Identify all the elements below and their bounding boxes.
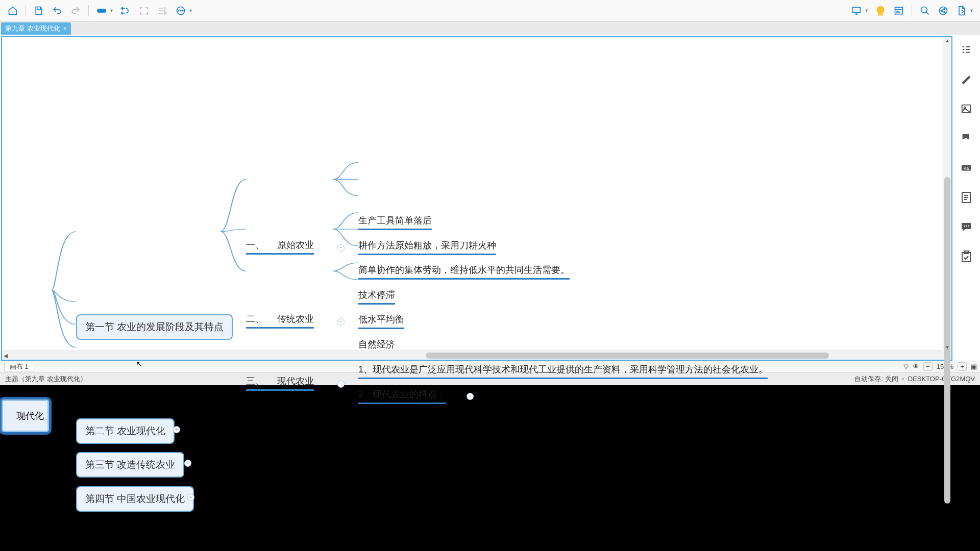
- section-node-2[interactable]: 第二节 农业现代化: [76, 418, 175, 444]
- leaf-node[interactable]: 2、现代农业的特点：: [358, 388, 446, 404]
- collapse-toggle[interactable]: −: [337, 381, 345, 388]
- dropdown-caret-icon[interactable]: ▼: [109, 8, 114, 13]
- export-icon[interactable]: [953, 2, 970, 19]
- dropdown-caret-icon[interactable]: ▼: [188, 8, 193, 13]
- dropdown-caret-icon[interactable]: ▼: [969, 8, 974, 13]
- undo-icon[interactable]: [48, 2, 66, 19]
- format-icon[interactable]: [959, 71, 974, 87]
- connector-lines: [2, 37, 951, 360]
- zoom-in-button[interactable]: +: [958, 362, 967, 371]
- svg-point-3: [180, 10, 181, 11]
- root-label: 现代化: [16, 410, 44, 422]
- section-label: 第二节 农业现代化: [85, 425, 165, 436]
- document-tab[interactable]: 第九章 农业现代化 ×: [1, 22, 71, 35]
- zoom-controls: ▽ 👁 − 150% + ▣: [903, 362, 977, 371]
- subhead-node[interactable]: 一、 原始农业: [246, 239, 314, 255]
- leaf-text: 简单协作的集体劳动，维持低水平的共同生活需要。: [358, 265, 570, 275]
- gantt-icon[interactable]: [890, 2, 908, 19]
- vertical-scrollbar-thumb[interactable]: [944, 177, 950, 504]
- notes-icon[interactable]: [959, 190, 974, 205]
- leaf-text: 耕作方法原始粗放，采用刀耕火种: [358, 240, 496, 251]
- expand-toggle[interactable]: +: [184, 460, 191, 467]
- relationship-icon[interactable]: [117, 2, 134, 19]
- leaf-text: 2、现代农业的特点：: [358, 389, 446, 399]
- sheet-tab[interactable]: 画布 1: [4, 362, 34, 371]
- boundary-icon[interactable]: [135, 2, 153, 19]
- topic-icon[interactable]: [93, 2, 110, 19]
- dropdown-caret-icon[interactable]: ▼: [864, 8, 869, 13]
- task-icon[interactable]: [959, 249, 974, 264]
- label-icon[interactable]: Aa: [959, 160, 974, 176]
- subhead-node[interactable]: 三、 现代农业: [246, 375, 314, 391]
- filter-icon[interactable]: ▽: [903, 363, 909, 370]
- home-icon[interactable]: [4, 2, 21, 19]
- presentation-icon[interactable]: [848, 2, 865, 19]
- leaf-text: 生产工具简单落后: [358, 215, 432, 226]
- host-name: DESKTOP-OTG2MQV: [908, 375, 975, 383]
- leaf-node[interactable]: 简单协作的集体劳动，维持低水平的共同生活需要。: [358, 264, 570, 280]
- comment-icon[interactable]: [959, 219, 974, 235]
- fit-icon[interactable]: ▣: [971, 363, 977, 370]
- horizontal-scrollbar-thumb[interactable]: [426, 353, 829, 359]
- sheet-tabs: 画布 1: [3, 362, 34, 371]
- save-icon[interactable]: [30, 2, 47, 19]
- search-icon[interactable]: [916, 2, 934, 19]
- zoom-out-button[interactable]: −: [923, 362, 933, 371]
- leaf-node[interactable]: 低水平均衡: [358, 313, 404, 329]
- section-node-1[interactable]: 第一节 农业的发展阶段及其特点: [76, 314, 233, 340]
- scroll-left-icon[interactable]: ◀: [4, 353, 8, 359]
- subhead-title: 传统农业: [277, 314, 314, 324]
- status-left: 主题（第九章 农业现代化）: [5, 374, 87, 384]
- scroll-down-icon[interactable]: ▼: [945, 344, 950, 349]
- leaf-node[interactable]: 1、现代农业是广泛应用现代科学技术和现代工业提供的生产资料，采用科学管理方法的社…: [358, 363, 768, 379]
- scroll-up-icon[interactable]: ▲: [945, 38, 950, 43]
- svg-point-19: [966, 226, 967, 227]
- canvas[interactable]: ▲ ▼: [1, 36, 952, 361]
- horizontal-scrollbar[interactable]: ◀ ▶: [2, 350, 951, 360]
- side-panel: Aa: [952, 35, 980, 361]
- tab-title: 第九章 农业现代化: [5, 24, 60, 33]
- marker-icon[interactable]: [959, 131, 974, 146]
- svg-point-4: [182, 10, 183, 11]
- collapse-toggle[interactable]: −: [337, 318, 345, 325]
- expand-toggle[interactable]: +: [173, 426, 180, 433]
- subhead-node[interactable]: 二、 传统农业: [246, 313, 314, 329]
- toolbar-right: ▼ ▼: [848, 2, 976, 19]
- mindmap: 现代化 第一节 农业的发展阶段及其特点 第二节 农业现代化 + 第三节 改造传统…: [2, 37, 951, 360]
- more-icon[interactable]: [172, 2, 189, 19]
- expand-toggle[interactable]: +: [187, 494, 194, 501]
- section-label: 第四节 中国农业现代化: [85, 493, 185, 504]
- separator: [88, 5, 89, 16]
- separator: [912, 5, 912, 16]
- toolbar-left: ▼ ▼: [4, 2, 195, 19]
- svg-point-18: [964, 226, 965, 227]
- subhead-num: 一、: [246, 240, 264, 250]
- eye-icon[interactable]: 👁: [913, 363, 919, 370]
- share-icon[interactable]: [935, 2, 952, 19]
- collapse-toggle[interactable]: −: [337, 244, 345, 252]
- redo-icon[interactable]: [67, 2, 84, 19]
- leaf-node[interactable]: 耕作方法原始粗放，采用刀耕火种: [358, 239, 496, 255]
- summary-icon[interactable]: [154, 2, 171, 19]
- leaf-text: 低水平均衡: [358, 314, 404, 324]
- image-icon[interactable]: [959, 101, 974, 116]
- section-node-4[interactable]: 第四节 中国农业现代化: [76, 486, 194, 512]
- root-topic[interactable]: 现代化: [0, 397, 52, 435]
- tab-strip: 第九章 农业现代化 ×: [0, 21, 980, 35]
- expand-toggle[interactable]: +: [467, 393, 474, 400]
- leaf-node[interactable]: 技术停滞: [358, 289, 395, 305]
- idea-icon[interactable]: [872, 2, 889, 19]
- section-label: 第一节 农业的发展阶段及其特点: [85, 321, 224, 332]
- cursor-icon: ↖: [136, 359, 142, 369]
- subhead-num: 三、: [246, 376, 264, 386]
- section-node-3[interactable]: 第三节 改造传统农业: [76, 452, 184, 478]
- svg-rect-6: [878, 14, 883, 15]
- leaf-node[interactable]: 生产工具简单落后: [358, 214, 432, 230]
- leaf-text: 自然经济: [358, 339, 395, 349]
- autosave-status: 自动保存: 关闭: [854, 375, 898, 383]
- main-toolbar: ▼ ▼ ▼ ▼: [0, 0, 980, 21]
- subhead-title: 现代农业: [277, 376, 314, 386]
- outline-icon[interactable]: [959, 42, 974, 57]
- section-label: 第三节 改造传统农业: [85, 459, 175, 470]
- close-icon[interactable]: ×: [63, 25, 67, 32]
